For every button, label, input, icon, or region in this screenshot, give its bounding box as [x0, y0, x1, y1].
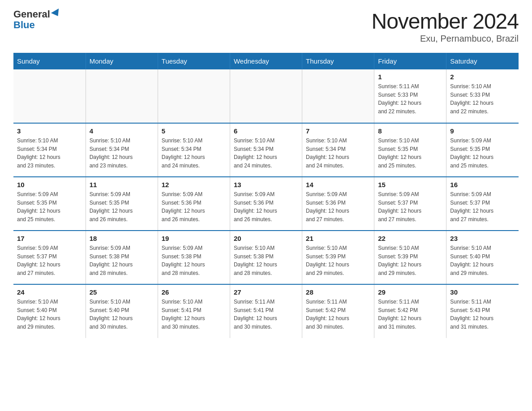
calendar-cell: 2Sunrise: 5:10 AMSunset: 5:33 PMDaylight…	[446, 69, 519, 123]
day-info: Sunrise: 5:10 AMSunset: 5:39 PMDaylight:…	[378, 244, 442, 277]
day-number: 20	[234, 235, 298, 242]
header-day-monday: Monday	[86, 53, 158, 69]
header-day-wednesday: Wednesday	[230, 53, 302, 69]
calendar-cell: 11Sunrise: 5:09 AMSunset: 5:35 PMDayligh…	[86, 177, 158, 231]
day-info: Sunrise: 5:10 AMSunset: 5:35 PMDaylight:…	[378, 137, 442, 170]
day-number: 27	[234, 288, 298, 296]
calendar-cell: 14Sunrise: 5:09 AMSunset: 5:36 PMDayligh…	[302, 177, 374, 231]
day-number: 7	[306, 127, 370, 135]
calendar-cell	[86, 69, 158, 123]
header-day-sunday: Sunday	[13, 53, 86, 69]
header-day-saturday: Saturday	[446, 53, 519, 69]
header-day-friday: Friday	[374, 53, 446, 69]
day-info: Sunrise: 5:09 AMSunset: 5:38 PMDaylight:…	[90, 244, 154, 277]
day-number: 1	[378, 73, 442, 81]
day-number: 26	[162, 288, 226, 296]
day-info: Sunrise: 5:10 AMSunset: 5:33 PMDaylight:…	[450, 82, 515, 116]
day-info: Sunrise: 5:10 AMSunset: 5:40 PMDaylight:…	[450, 244, 515, 277]
day-number: 5	[162, 127, 226, 135]
calendar-cell: 8Sunrise: 5:10 AMSunset: 5:35 PMDaylight…	[374, 123, 446, 177]
calendar-cell	[158, 69, 230, 123]
day-info: Sunrise: 5:11 AMSunset: 5:43 PMDaylight:…	[450, 298, 515, 331]
day-info: Sunrise: 5:10 AMSunset: 5:41 PMDaylight:…	[162, 298, 226, 331]
calendar-cell: 9Sunrise: 5:09 AMSunset: 5:35 PMDaylight…	[446, 123, 519, 177]
calendar-week-row: 3Sunrise: 5:10 AMSunset: 5:34 PMDaylight…	[13, 123, 519, 177]
day-info: Sunrise: 5:09 AMSunset: 5:37 PMDaylight:…	[17, 244, 82, 277]
day-number: 19	[162, 235, 226, 242]
calendar-cell: 26Sunrise: 5:10 AMSunset: 5:41 PMDayligh…	[158, 284, 230, 338]
calendar-title: November 2024	[371, 9, 519, 34]
day-number: 9	[450, 127, 515, 135]
calendar-cell: 7Sunrise: 5:10 AMSunset: 5:34 PMDaylight…	[302, 123, 374, 177]
day-number: 30	[450, 288, 515, 296]
header-day-thursday: Thursday	[302, 53, 374, 69]
calendar-week-row: 10Sunrise: 5:09 AMSunset: 5:35 PMDayligh…	[13, 177, 519, 231]
day-info: Sunrise: 5:10 AMSunset: 5:34 PMDaylight:…	[90, 137, 154, 170]
day-number: 23	[450, 235, 515, 242]
calendar-cell: 18Sunrise: 5:09 AMSunset: 5:38 PMDayligh…	[86, 231, 158, 284]
day-info: Sunrise: 5:10 AMSunset: 5:34 PMDaylight:…	[306, 137, 370, 170]
day-number: 18	[90, 235, 154, 242]
day-info: Sunrise: 5:09 AMSunset: 5:38 PMDaylight:…	[162, 244, 226, 277]
title-block: November 2024 Exu, Pernambuco, Brazil	[371, 9, 519, 44]
calendar-cell: 22Sunrise: 5:10 AMSunset: 5:39 PMDayligh…	[374, 231, 446, 284]
day-info: Sunrise: 5:10 AMSunset: 5:34 PMDaylight:…	[162, 137, 226, 170]
day-info: Sunrise: 5:09 AMSunset: 5:37 PMDaylight:…	[450, 190, 515, 223]
calendar-cell: 12Sunrise: 5:09 AMSunset: 5:36 PMDayligh…	[158, 177, 230, 231]
calendar-cell: 15Sunrise: 5:09 AMSunset: 5:37 PMDayligh…	[374, 177, 446, 231]
day-number: 21	[306, 235, 370, 242]
day-info: Sunrise: 5:10 AMSunset: 5:39 PMDaylight:…	[306, 244, 370, 277]
calendar-cell: 30Sunrise: 5:11 AMSunset: 5:43 PMDayligh…	[446, 284, 519, 338]
day-number: 24	[17, 288, 82, 296]
day-number: 14	[306, 181, 370, 188]
day-number: 8	[378, 127, 442, 135]
calendar-cell: 13Sunrise: 5:09 AMSunset: 5:36 PMDayligh…	[230, 177, 302, 231]
day-info: Sunrise: 5:10 AMSunset: 5:40 PMDaylight:…	[90, 298, 154, 331]
calendar-cell: 10Sunrise: 5:09 AMSunset: 5:35 PMDayligh…	[13, 177, 86, 231]
day-number: 4	[90, 127, 154, 135]
logo-blue-text: Blue	[13, 19, 35, 30]
day-info: Sunrise: 5:09 AMSunset: 5:35 PMDaylight:…	[90, 190, 154, 223]
page-header: General Blue November 2024 Exu, Pernambu…	[13, 9, 519, 44]
day-number: 11	[90, 181, 154, 188]
day-info: Sunrise: 5:09 AMSunset: 5:36 PMDaylight:…	[162, 190, 226, 223]
day-number: 6	[234, 127, 298, 135]
calendar-cell: 21Sunrise: 5:10 AMSunset: 5:39 PMDayligh…	[302, 231, 374, 284]
calendar-cell: 17Sunrise: 5:09 AMSunset: 5:37 PMDayligh…	[13, 231, 86, 284]
day-number: 15	[378, 181, 442, 188]
calendar-cell: 1Sunrise: 5:11 AMSunset: 5:33 PMDaylight…	[374, 69, 446, 123]
day-number: 10	[17, 181, 82, 188]
calendar-cell	[230, 69, 302, 123]
logo-general-text: General	[13, 9, 50, 20]
day-info: Sunrise: 5:10 AMSunset: 5:38 PMDaylight:…	[234, 244, 298, 277]
calendar-header-row: SundayMondayTuesdayWednesdayThursdayFrid…	[13, 53, 519, 69]
day-info: Sunrise: 5:10 AMSunset: 5:34 PMDaylight:…	[17, 137, 82, 170]
logo: General Blue	[13, 9, 61, 30]
calendar-cell: 4Sunrise: 5:10 AMSunset: 5:34 PMDaylight…	[86, 123, 158, 177]
calendar-cell: 16Sunrise: 5:09 AMSunset: 5:37 PMDayligh…	[446, 177, 519, 231]
day-info: Sunrise: 5:09 AMSunset: 5:36 PMDaylight:…	[234, 190, 298, 223]
day-number: 25	[90, 288, 154, 296]
calendar-cell: 20Sunrise: 5:10 AMSunset: 5:38 PMDayligh…	[230, 231, 302, 284]
calendar-week-row: 24Sunrise: 5:10 AMSunset: 5:40 PMDayligh…	[13, 284, 519, 338]
day-number: 13	[234, 181, 298, 188]
calendar-cell: 19Sunrise: 5:09 AMSunset: 5:38 PMDayligh…	[158, 231, 230, 284]
calendar-cell: 28Sunrise: 5:11 AMSunset: 5:42 PMDayligh…	[302, 284, 374, 338]
day-number: 2	[450, 73, 515, 81]
day-info: Sunrise: 5:11 AMSunset: 5:42 PMDaylight:…	[378, 298, 442, 331]
calendar-week-row: 17Sunrise: 5:09 AMSunset: 5:37 PMDayligh…	[13, 231, 519, 284]
day-info: Sunrise: 5:10 AMSunset: 5:40 PMDaylight:…	[17, 298, 82, 331]
calendar-cell: 23Sunrise: 5:10 AMSunset: 5:40 PMDayligh…	[446, 231, 519, 284]
calendar-cell: 5Sunrise: 5:10 AMSunset: 5:34 PMDaylight…	[158, 123, 230, 177]
header-day-tuesday: Tuesday	[158, 53, 230, 69]
logo-triangle-icon	[51, 9, 62, 18]
day-info: Sunrise: 5:09 AMSunset: 5:35 PMDaylight:…	[17, 190, 82, 223]
day-info: Sunrise: 5:10 AMSunset: 5:34 PMDaylight:…	[234, 137, 298, 170]
calendar-cell	[13, 69, 86, 123]
calendar-cell: 27Sunrise: 5:11 AMSunset: 5:41 PMDayligh…	[230, 284, 302, 338]
day-info: Sunrise: 5:11 AMSunset: 5:33 PMDaylight:…	[378, 82, 442, 116]
calendar-cell: 25Sunrise: 5:10 AMSunset: 5:40 PMDayligh…	[86, 284, 158, 338]
day-info: Sunrise: 5:11 AMSunset: 5:42 PMDaylight:…	[306, 298, 370, 331]
day-number: 16	[450, 181, 515, 188]
day-number: 3	[17, 127, 82, 135]
